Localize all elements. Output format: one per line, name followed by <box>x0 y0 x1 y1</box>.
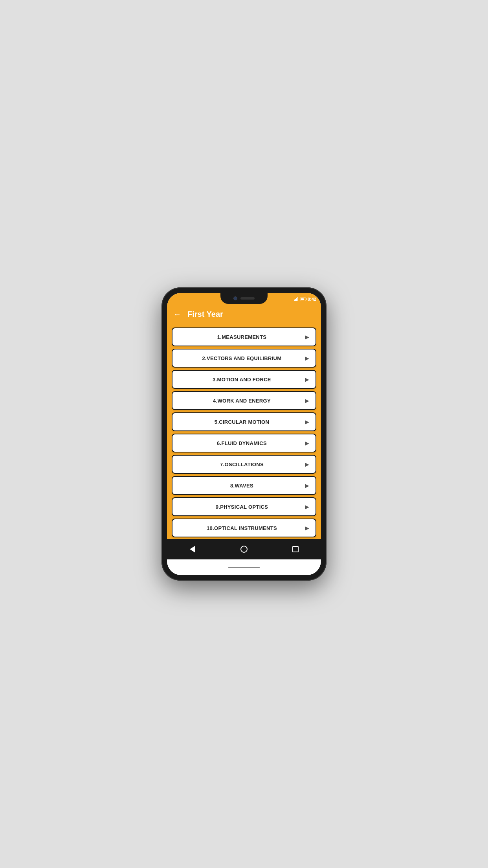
app-header: ← First Year <box>167 304 321 324</box>
chapter-item-7[interactable]: 7.OSCILLATIONS▶ <box>172 455 316 474</box>
nav-recents-button[interactable] <box>288 541 303 557</box>
home-nav-icon <box>240 546 248 553</box>
chapter-label-10: 10.OPTICAL INSTRUMENTS <box>179 525 305 531</box>
chapter-item-3[interactable]: 3.MOTION AND FORCE▶ <box>172 370 316 389</box>
chapter-label-7: 7.OSCILLATIONS <box>179 462 305 467</box>
chevron-icon-7: ▶ <box>305 461 309 467</box>
chevron-icon-6: ▶ <box>305 440 309 446</box>
front-camera <box>233 296 237 300</box>
notch <box>220 293 268 304</box>
bottom-strip <box>167 559 321 575</box>
time-display: 8:42 <box>308 297 316 302</box>
chapter-item-8[interactable]: 8.WAVES▶ <box>172 476 316 495</box>
phone-screen: 8:42 ← First Year 1.MEASUREMENTS▶2.VECTO… <box>167 293 321 575</box>
back-nav-icon <box>190 546 195 553</box>
nav-home-button[interactable] <box>236 541 252 557</box>
chapter-item-2[interactable]: 2.VECTORS AND EQUILIBRIUM▶ <box>172 349 316 368</box>
chapter-item-1[interactable]: 1.MEASUREMENTS▶ <box>172 327 316 346</box>
chevron-icon-4: ▶ <box>305 397 309 404</box>
signal-icon <box>294 297 298 301</box>
chapter-item-10[interactable]: 10.OPTICAL INSTRUMENTS▶ <box>172 519 316 537</box>
earpiece <box>240 297 255 300</box>
chapter-item-9[interactable]: 9.PHYSICAL OPTICS▶ <box>172 497 316 516</box>
chevron-icon-3: ▶ <box>305 376 309 383</box>
battery-icon <box>300 298 306 301</box>
phone-frame: 8:42 ← First Year 1.MEASUREMENTS▶2.VECTO… <box>161 287 327 581</box>
back-button[interactable]: ← <box>173 310 181 319</box>
chevron-icon-10: ▶ <box>305 525 309 531</box>
chapter-label-5: 5.CIRCULAR MOTION <box>179 419 305 425</box>
chapter-label-4: 4.WORK AND ENERGY <box>179 398 305 404</box>
chapter-label-8: 8.WAVES <box>179 483 305 489</box>
chapter-label-2: 2.VECTORS AND EQUILIBRIUM <box>179 355 305 361</box>
chapter-item-5[interactable]: 5.CIRCULAR MOTION▶ <box>172 412 316 431</box>
page-title: First Year <box>187 310 223 319</box>
chevron-icon-2: ▶ <box>305 355 309 361</box>
chapter-list: 1.MEASUREMENTS▶2.VECTORS AND EQUILIBRIUM… <box>167 324 321 539</box>
chapter-item-4[interactable]: 4.WORK AND ENERGY▶ <box>172 391 316 410</box>
nav-back-button[interactable] <box>185 541 200 557</box>
chevron-icon-1: ▶ <box>305 334 309 340</box>
chevron-icon-9: ▶ <box>305 504 309 510</box>
chapter-label-1: 1.MEASUREMENTS <box>179 334 305 340</box>
chapter-label-9: 9.PHYSICAL OPTICS <box>179 504 305 510</box>
status-icons: 8:42 <box>294 297 316 302</box>
home-indicator <box>228 567 260 568</box>
recents-nav-icon <box>292 546 299 552</box>
bottom-nav <box>167 539 321 559</box>
chevron-icon-5: ▶ <box>305 419 309 425</box>
chapter-label-6: 6.FLUID DYNAMICS <box>179 440 305 446</box>
chevron-icon-8: ▶ <box>305 482 309 489</box>
chapter-item-6[interactable]: 6.FLUID DYNAMICS▶ <box>172 434 316 452</box>
chapter-label-3: 3.MOTION AND FORCE <box>179 377 305 383</box>
